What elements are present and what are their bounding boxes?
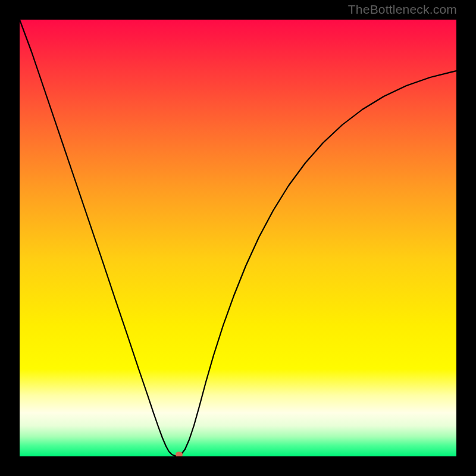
optimum-marker [176,452,183,456]
watermark-text: TheBottleneck.com [348,2,457,17]
chart-frame: TheBottleneck.com [0,0,476,476]
gradient-background [20,20,456,456]
plot-area [20,20,456,456]
chart-svg [20,20,456,456]
